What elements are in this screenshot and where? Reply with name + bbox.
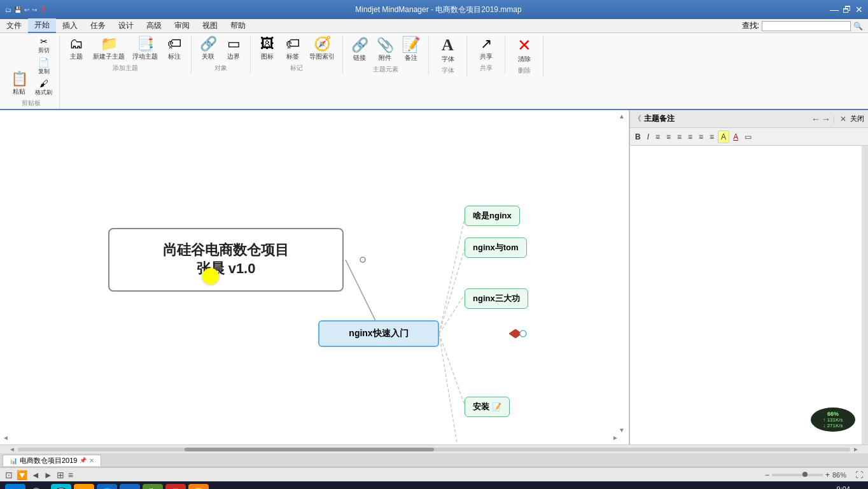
svg-line-4 (439, 334, 465, 405)
panel-scrollbar[interactable] (862, 146, 868, 444)
ribbon-tag[interactable]: 🏷 标签 (281, 36, 304, 62)
tag-label: 标签 (286, 52, 299, 61)
scroll-down-btn[interactable]: ▼ (619, 427, 625, 434)
format-align-left[interactable]: ≡ (653, 131, 662, 143)
format-outdent[interactable]: ≡ (707, 131, 717, 143)
topic-node-2[interactable]: nginx与tom (465, 237, 527, 258)
tab-close-btn[interactable]: ✕ (89, 457, 94, 464)
format-label: 格式刷 (35, 89, 52, 97)
ribbon-boundary[interactable]: ▭ 边界 (222, 36, 245, 62)
ribbon-annotation[interactable]: 🏷 标注 (163, 36, 186, 62)
start-button[interactable]: ⊞ (5, 484, 25, 489)
tab-eshang[interactable]: 📊 电商数仓项目2019 📌 ✕ (3, 455, 101, 466)
menu-task[interactable]: 任务 (84, 19, 112, 32)
panel-collapse-btn[interactable]: 《 (634, 113, 641, 124)
format-border[interactable]: ▭ (742, 131, 754, 143)
menu-help[interactable]: 帮助 (224, 19, 252, 32)
ribbon-share[interactable]: ↗ 共享 (475, 36, 498, 62)
explorer-taskbar-btn[interactable]: 📁 (74, 484, 94, 489)
zoom-in-btn[interactable]: + (825, 471, 830, 479)
float-theme-label: 浮动主题 (132, 52, 158, 61)
topic-node-4[interactable]: 安装 📝 (465, 397, 510, 417)
ribbon-link[interactable]: 🔗 链接 (348, 37, 371, 64)
hscroll-track[interactable] (18, 448, 850, 451)
menu-file[interactable]: 文件 (0, 19, 28, 32)
scroll-right-btn[interactable]: ► (612, 434, 619, 441)
menu-design[interactable]: 设计 (112, 19, 140, 32)
panel-nav-fwd[interactable]: → (822, 114, 830, 124)
minimize-button[interactable]: — (830, 4, 839, 15)
ribbon-note[interactable]: 📝 备注 (399, 36, 423, 64)
scroll-up-btn[interactable]: ▲ (619, 113, 625, 120)
status-icon-1[interactable]: ⊡ (5, 470, 13, 480)
close-button[interactable]: ✕ (855, 4, 863, 15)
menu-insert[interactable]: 插入 (56, 19, 84, 32)
panel-close-btn[interactable]: ✕ (840, 115, 846, 124)
browser-taskbar-btn[interactable]: 🌐 (97, 484, 117, 489)
ribbon-copy[interactable]: 📄 复制 (33, 57, 54, 76)
chat-taskbar-btn[interactable]: 💬 (51, 484, 71, 489)
zoom-slider[interactable] (772, 474, 823, 476)
status-nav-right[interactable]: ► (44, 470, 53, 480)
status-list-btn[interactable]: ≡ (68, 470, 73, 480)
menu-view[interactable]: 视图 (196, 19, 224, 32)
quick-access-undo[interactable]: ↩ (24, 6, 29, 13)
ribbon-new-sub-theme[interactable]: 📁 新建子主题 (90, 36, 127, 62)
nginx-main-node[interactable]: nginx快速入门 (318, 320, 439, 347)
topic-node-4-text: 安装 (473, 401, 489, 413)
quick-access-redo[interactable]: ↪ (32, 6, 37, 13)
topic-node-3[interactable]: nginx三大功 (465, 288, 528, 309)
menu-advanced[interactable]: 高级 (140, 19, 168, 32)
status-nav-left[interactable]: ◄ (31, 470, 40, 480)
tab-pin: 📌 (80, 457, 87, 464)
scroll-left-btn[interactable]: ◄ (3, 434, 9, 441)
search-input[interactable] (762, 21, 851, 31)
format-list-num[interactable]: ≡ (685, 131, 695, 143)
ribbon-theme[interactable]: 🗂 主题 (65, 36, 88, 62)
search-icon[interactable]: 🔍 (853, 22, 863, 31)
copy-icon: 📄 (38, 57, 49, 67)
canvas[interactable]: 尚硅谷电商数仓项目 张晨 v1.0 nginx快速入门 啥是nginx ngin… (0, 110, 629, 444)
horizontal-scrollbar: ◄ ► (0, 444, 868, 453)
hscroll-right-btn[interactable]: ► (853, 446, 859, 453)
ribbon-paste[interactable]: 📋 粘贴 (8, 71, 31, 97)
central-node[interactable]: 尚硅谷电商数仓项目 张晨 v1.0 (108, 228, 344, 292)
right-panel-content[interactable] (630, 146, 868, 444)
ribbon-clear[interactable]: ✕ 清除 (513, 36, 536, 65)
app2-taskbar-btn[interactable]: 🟡 (188, 484, 209, 489)
format-italic[interactable]: I (645, 131, 652, 143)
svg-marker-6 (509, 329, 522, 338)
app1-taskbar-btn[interactable]: 🔴 (165, 484, 186, 489)
status-filter-btn[interactable]: 🔽 (17, 470, 27, 480)
mindmap-taskbar-btn[interactable]: 🗺 (143, 484, 163, 489)
quick-access-save[interactable]: 💾 (14, 6, 22, 13)
ribbon-relation[interactable]: 🔗 关联 (197, 36, 220, 62)
panel-close-label[interactable]: 关闭 (850, 114, 864, 124)
menu-review[interactable]: 审阅 (168, 19, 196, 32)
status-fullscreen-btn[interactable]: ⛶ (855, 471, 863, 479)
maximize-button[interactable]: 🗗 (843, 4, 851, 15)
ribbon-map-index[interactable]: 🧭 导图索引 (307, 36, 337, 62)
format-highlight[interactable]: A (718, 131, 729, 143)
menu-home[interactable]: 开始 (28, 18, 56, 33)
ribbon-float-theme[interactable]: 📑 浮动主题 (130, 36, 160, 62)
format-font-color[interactable]: A (731, 131, 741, 143)
topic-node-1[interactable]: 啥是nginx (465, 206, 520, 226)
hscroll-left-btn[interactable]: ◄ (9, 446, 15, 453)
ribbon-format[interactable]: 🖌 格式刷 (33, 78, 54, 97)
ribbon-font[interactable]: A 字体 (437, 36, 459, 65)
format-indent[interactable]: ≡ (696, 131, 706, 143)
word-taskbar-btn[interactable]: W (120, 484, 140, 489)
quick-access-help[interactable]: ❓ (39, 6, 47, 13)
panel-nav-back[interactable]: ← (811, 114, 820, 124)
ribbon-cut[interactable]: ✂ 剪切 (33, 36, 54, 55)
format-align-center[interactable]: ≡ (664, 131, 673, 143)
ribbon-attachment[interactable]: 📎 附件 (374, 37, 396, 64)
zoom-out-btn[interactable]: − (765, 471, 769, 479)
hscroll-thumb[interactable] (185, 448, 434, 451)
format-list-bullet[interactable]: ≡ (675, 131, 684, 143)
ribbon-icon-mark[interactable]: 🖼 图标 (256, 36, 279, 62)
search-taskbar-btn[interactable]: 🔍 (28, 484, 48, 489)
format-bold[interactable]: B (633, 131, 643, 143)
status-grid-btn[interactable]: ⊞ (57, 470, 64, 480)
